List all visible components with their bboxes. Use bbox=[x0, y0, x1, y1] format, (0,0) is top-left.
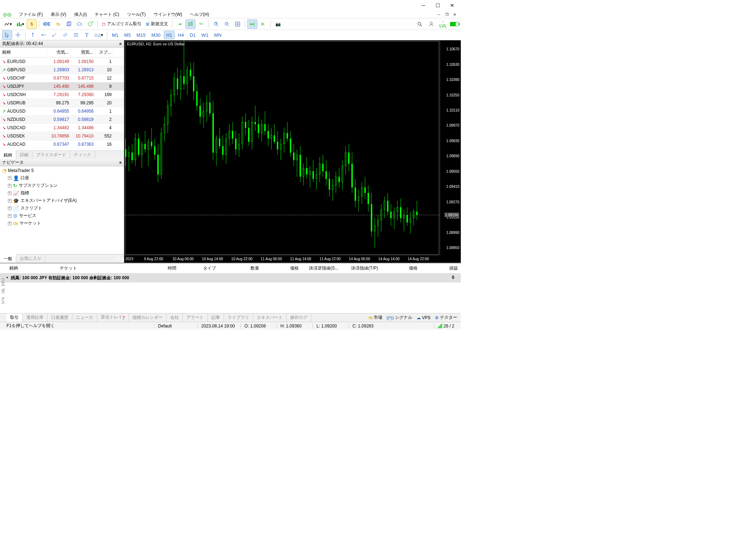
tbcol-symbol[interactable]: 銘柄 bbox=[6, 263, 57, 273]
timeframe-M30[interactable]: M30 bbox=[149, 31, 163, 39]
symbol-row-USDCHF[interactable]: ↘USDCHF0.877030.8771512 bbox=[0, 74, 124, 82]
symbol-row-USDRUB[interactable]: ↘USDRUB99.27599.29520 bbox=[0, 99, 124, 107]
nav-item-4[interactable]: +📄スクリプト bbox=[1, 204, 123, 212]
menu-window[interactable]: ウインドウ(W) bbox=[150, 11, 186, 18]
text-icon[interactable]: T bbox=[82, 30, 92, 40]
symbol-row-EURUSD[interactable]: ↘EURUSD1.091491.091501 bbox=[0, 58, 124, 66]
timeframe-H1[interactable]: H1 bbox=[164, 31, 175, 39]
symbol-row-USDJPY[interactable]: ↘USDJPY145.490145.4999 bbox=[0, 82, 124, 91]
hline-icon[interactable] bbox=[39, 30, 49, 40]
tb-tab-6[interactable]: 会社 bbox=[167, 313, 183, 322]
window-close-icon[interactable]: ✕ bbox=[451, 11, 458, 18]
nav-root[interactable]: ◔MetaTrader 5 bbox=[1, 167, 123, 174]
tb-vps[interactable]: ☁ VPS bbox=[417, 315, 431, 320]
cloud-icon[interactable] bbox=[75, 19, 85, 29]
symbol-row-AUDCAD[interactable]: ↘AUDCAD0.873470.8736316 bbox=[0, 140, 124, 149]
ide-button[interactable]: IDE bbox=[41, 19, 52, 29]
chart-shift-icon[interactable]: ⫸ bbox=[258, 19, 268, 29]
symbol-row-NZDUSD[interactable]: ↘NZDUSD0.598170.598192 bbox=[0, 116, 124, 124]
copy-icon[interactable] bbox=[64, 19, 74, 29]
close-button[interactable]: ✕ bbox=[445, 0, 459, 10]
tb-tab-3[interactable]: ニュース bbox=[72, 313, 97, 322]
timeframe-MN[interactable]: MN bbox=[212, 31, 224, 39]
expand-icon[interactable]: + bbox=[8, 214, 12, 218]
grid-icon[interactable] bbox=[233, 19, 243, 29]
menu-help[interactable]: ヘルプ(H) bbox=[186, 11, 213, 18]
maximize-button[interactable]: ☐ bbox=[431, 0, 445, 10]
tb-tab-9[interactable]: ライブラリ bbox=[224, 313, 253, 322]
nav-tab-0[interactable]: 一般 bbox=[0, 254, 16, 263]
panel-close-icon[interactable]: × bbox=[119, 41, 122, 46]
nav-item-3[interactable]: +🎓エキスパートアドバイザ(EA) bbox=[1, 197, 123, 204]
tbcol-volume[interactable]: 数量 bbox=[219, 263, 262, 273]
timeframe-M15[interactable]: M15 bbox=[134, 31, 148, 39]
auto-scroll-icon[interactable]: ⇔| bbox=[247, 19, 257, 29]
tbcol-time[interactable]: 時間 bbox=[136, 263, 179, 273]
nav-item-0[interactable]: +👤口座 bbox=[1, 174, 123, 182]
symbol-row-GBPUSD[interactable]: ↗GBPUSD1.269031.2691310 bbox=[0, 66, 124, 74]
col-ask[interactable]: 買気... bbox=[71, 48, 96, 57]
tbcol-tp[interactable]: 決済指値(T/P) bbox=[341, 263, 381, 273]
symbol-row-USDCAD[interactable]: ↘USDCAD1.344821.344864 bbox=[0, 124, 124, 132]
tb-tab-0[interactable]: 取引 bbox=[6, 313, 23, 322]
tbcol-profit[interactable]: 損益 bbox=[420, 263, 461, 273]
dollar-button[interactable]: $ bbox=[27, 19, 37, 29]
window-min-icon[interactable]: ─ bbox=[436, 11, 442, 18]
menu-insert[interactable]: 挿入(I) bbox=[71, 11, 90, 18]
col-bid[interactable]: 売気... bbox=[47, 48, 71, 57]
tb-tab-1[interactable]: 運用比率 bbox=[23, 313, 48, 322]
tbcol-ticket[interactable]: チケット bbox=[57, 263, 136, 273]
minimize-button[interactable]: ─ bbox=[416, 0, 431, 10]
col-symbol[interactable]: 銘柄 bbox=[0, 48, 47, 57]
shift-right-icon[interactable]: ⇥ bbox=[175, 19, 185, 29]
nav-item-1[interactable]: +↻サブスクリプション bbox=[1, 182, 123, 189]
tbcol-price[interactable]: 価格 bbox=[262, 263, 302, 273]
menu-chart[interactable]: チャート (C) bbox=[91, 11, 123, 18]
algo-trading-button[interactable]: ◻アルゴリズム取引 bbox=[100, 19, 143, 29]
symbol-row-USDSEK[interactable]: ↘USDSEK10.7885810.79410552 bbox=[0, 132, 124, 140]
symbol-row-USDCNH[interactable]: ↘USDCNH7.291917.29360169 bbox=[0, 91, 124, 99]
nav-tab-1[interactable]: お気に入り bbox=[16, 254, 45, 263]
tb-tab-2[interactable]: 口座履歴 bbox=[48, 313, 72, 322]
nav-item-5[interactable]: +⚙サービス bbox=[1, 212, 123, 220]
menu-file[interactable]: ファイル (F) bbox=[15, 11, 46, 18]
panel-close-icon[interactable]: × bbox=[119, 160, 122, 165]
menu-tool[interactable]: ツール(T) bbox=[123, 11, 149, 18]
trendline-icon[interactable] bbox=[49, 30, 59, 40]
candles-active-icon[interactable] bbox=[185, 19, 195, 29]
expand-icon[interactable]: + bbox=[8, 207, 12, 210]
tb-tab-8[interactable]: 記事 bbox=[208, 313, 224, 322]
bars-dropdown[interactable]: ▾ bbox=[14, 19, 26, 29]
window-restore-icon[interactable]: ❐ bbox=[444, 11, 450, 18]
tb-market[interactable]: 🛍 市場 bbox=[368, 315, 382, 321]
cursor-icon[interactable] bbox=[2, 30, 12, 40]
expand-icon[interactable]: + bbox=[8, 191, 12, 195]
expand-icon[interactable]: + bbox=[8, 222, 12, 225]
mw-tab-0[interactable]: 銘柄 bbox=[0, 150, 16, 159]
tb-signals[interactable]: ((•)) シグナル bbox=[387, 315, 412, 321]
channel-icon[interactable] bbox=[60, 30, 70, 40]
col-spread[interactable]: スプ... bbox=[96, 48, 114, 57]
tb-tab-4[interactable]: 受信トレイ7 bbox=[97, 313, 129, 322]
new-order-button[interactable]: ⊞新規注文 bbox=[144, 19, 170, 29]
tb-tab-5[interactable]: 指標カレンダー bbox=[129, 313, 167, 322]
timeframe-H4[interactable]: H4 bbox=[175, 31, 186, 39]
screenshot-icon[interactable]: 📷 bbox=[273, 19, 283, 29]
fibo-icon[interactable] bbox=[71, 30, 81, 40]
mw-tab-2[interactable]: プライスボード bbox=[32, 151, 70, 159]
menu-view[interactable]: 表示 (V) bbox=[47, 11, 70, 18]
expand-icon[interactable]: + bbox=[8, 199, 12, 203]
chart-area[interactable]: EURUSD, H1: Euro vs US Dollar 1.106701.1… bbox=[124, 40, 461, 263]
account-icon[interactable] bbox=[426, 19, 436, 29]
timeframe-D1[interactable]: D1 bbox=[187, 31, 198, 39]
globe-plus-icon[interactable]: + bbox=[85, 19, 95, 29]
tb-tab-7[interactable]: アラート bbox=[183, 313, 208, 322]
timeframe-W1[interactable]: W1 bbox=[199, 31, 211, 39]
symbol-row-AUDUSD[interactable]: ↗AUDUSD0.649550.649561 bbox=[0, 107, 124, 116]
indicator-icon[interactable] bbox=[196, 19, 206, 29]
zoom-out-icon[interactable]: − bbox=[222, 19, 232, 29]
tb-tab-10[interactable]: エキスパート bbox=[253, 313, 287, 322]
tbcol-type[interactable]: タイプ bbox=[179, 263, 219, 273]
mw-tab-3[interactable]: ティック bbox=[70, 151, 95, 159]
tb-tab-11[interactable]: 操作ログ bbox=[287, 313, 311, 322]
